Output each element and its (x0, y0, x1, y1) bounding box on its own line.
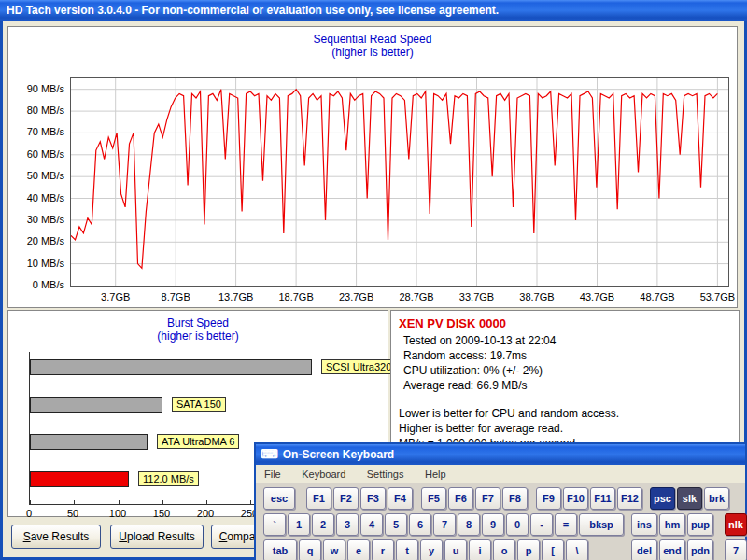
key-w[interactable]: w (323, 539, 345, 560)
key-equals[interactable]: = (555, 513, 577, 536)
key-slk[interactable]: slk (677, 487, 702, 510)
key-f3[interactable]: F3 (360, 487, 386, 510)
seq-chart-title: Sequential Read Speed (8, 33, 737, 46)
bar-label: ATA UltraDMA 6 (157, 434, 239, 449)
y-axis-tick-label: 30 MB/s (8, 214, 64, 225)
key-q[interactable]: q (299, 539, 321, 560)
key-1[interactable]: 1 (288, 513, 310, 536)
key-y[interactable]: y (420, 539, 443, 560)
x-axis-tick-label: 43.7GB (576, 291, 617, 302)
key-f6[interactable]: F6 (448, 487, 473, 510)
x-axis-tick (30, 500, 31, 504)
y-axis-tick-label: 0 MB/s (8, 279, 64, 290)
drive-name: XEN PV DISK 0000 (399, 316, 731, 330)
key-backslash[interactable]: \ (566, 539, 588, 560)
x-axis-tick-label: 50 (59, 508, 87, 519)
key-5[interactable]: 5 (385, 513, 407, 536)
bar-label: 112.0 MB/s (138, 471, 199, 486)
key-6[interactable]: 6 (409, 513, 431, 536)
seq-chart-subtitle: (higher is better) (8, 46, 737, 59)
key-backtick[interactable]: ` (263, 513, 286, 536)
key-tab[interactable]: tab (263, 539, 297, 560)
key-esc[interactable]: esc (263, 487, 295, 510)
menu-settings[interactable]: Settings (359, 465, 413, 483)
y-axis-tick-label: 50 MB/s (8, 170, 64, 181)
info-random-access: Random access: 19.7ms (403, 348, 731, 363)
burst-chart-title: Burst Speed (8, 316, 388, 329)
save-results-button[interactable]: Save Results (11, 525, 101, 549)
window-title: HD Tach version 3.0.4.0 - For non-commer… (7, 4, 499, 17)
key-0[interactable]: 0 (506, 513, 529, 536)
key-o[interactable]: o (493, 539, 515, 560)
key-7[interactable]: 7 (725, 539, 747, 560)
x-axis-tick (119, 500, 120, 504)
key-ins[interactable]: ins (631, 513, 657, 536)
key-8[interactable]: 8 (458, 513, 480, 536)
x-axis-tick (74, 500, 75, 504)
key-4[interactable]: 4 (360, 513, 383, 536)
bar-label: SCSI Ultra320 (321, 359, 396, 374)
key-del[interactable]: del (631, 539, 657, 560)
y-axis-tick-label: 20 MB/s (8, 235, 64, 246)
key-hm[interactable]: hm (659, 513, 685, 536)
key-7[interactable]: 7 (433, 513, 456, 536)
note-line: Higher is better for average read. (399, 421, 731, 436)
key-pdn[interactable]: pdn (687, 539, 713, 560)
key-nlk[interactable]: nlk (725, 513, 747, 536)
y-axis-tick-label: 60 MB/s (8, 148, 64, 160)
y-axis-tick-label: 40 MB/s (8, 192, 64, 203)
save-results-label: Save Results (12, 526, 100, 548)
key-f9[interactable]: F9 (536, 487, 561, 510)
key-p[interactable]: p (517, 539, 540, 560)
key-2[interactable]: 2 (312, 513, 334, 536)
menu-file[interactable]: File (256, 465, 289, 483)
x-axis-tick-label: 200 (191, 508, 219, 519)
key-r[interactable]: r (372, 539, 394, 560)
y-axis-tick-label: 80 MB/s (8, 105, 64, 116)
key-f2[interactable]: F2 (333, 487, 359, 510)
title-bar[interactable]: HD Tach version 3.0.4.0 - For non-commer… (0, 0, 747, 21)
x-axis-tick (162, 500, 163, 504)
key-f8[interactable]: F8 (502, 487, 528, 510)
key-3[interactable]: 3 (336, 513, 359, 536)
x-axis-tick-label: 23.7GB (336, 291, 377, 302)
on-screen-keyboard-window: ⌨ On-Screen Keyboard File Keyboard Setti… (254, 442, 747, 560)
x-axis-tick (250, 500, 251, 504)
key-i[interactable]: i (469, 539, 491, 560)
key-u[interactable]: u (444, 539, 467, 560)
key-e[interactable]: e (347, 539, 370, 560)
key-pup[interactable]: pup (687, 513, 713, 536)
seq-plot-area (70, 77, 729, 287)
key-9[interactable]: 9 (482, 513, 504, 536)
key-brk[interactable]: brk (704, 487, 729, 510)
upload-results-button[interactable]: Upload Results (110, 525, 204, 549)
upload-results-label: Upload Results (111, 526, 203, 548)
key-f1[interactable]: F1 (306, 487, 331, 510)
y-axis-tick-label: 10 MB/s (8, 258, 64, 269)
x-axis-tick-label: 28.7GB (396, 291, 437, 302)
burst-chart-subtitle: (higher is better) (8, 329, 388, 343)
burst-bar-3 (30, 434, 148, 450)
osk-title: On-Screen Keyboard (283, 448, 394, 461)
key-dash[interactable]: - (530, 513, 553, 536)
hdtach-window: HD Tach version 3.0.4.0 - For non-commer… (0, 0, 747, 560)
key-f7[interactable]: F7 (475, 487, 500, 510)
key-t[interactable]: t (396, 539, 418, 560)
key-f11[interactable]: F11 (590, 487, 615, 510)
x-axis-tick-label: 0 (15, 508, 43, 519)
key-f4[interactable]: F4 (388, 487, 413, 510)
keyboard-row-2: `1234567890-=bkspinshmpupnlk (263, 513, 747, 536)
menu-keyboard[interactable]: Keyboard (293, 465, 354, 483)
key-end[interactable]: end (659, 539, 685, 560)
info-tested-on: Tested on 2009-10-13 at 22:04 (403, 333, 731, 348)
key-f12[interactable]: F12 (617, 487, 642, 510)
key-psc[interactable]: psc (650, 487, 675, 510)
key-bksp[interactable]: bksp (579, 513, 624, 536)
menu-help[interactable]: Help (416, 465, 455, 483)
osk-title-bar[interactable]: ⌨ On-Screen Keyboard (256, 444, 745, 465)
key-f10[interactable]: F10 (563, 487, 588, 510)
key-left-bracket[interactable]: [ (542, 539, 564, 560)
osk-menu-bar: File Keyboard Settings Help (256, 465, 745, 483)
x-axis-tick-label: 150 (148, 508, 176, 519)
key-f5[interactable]: F5 (421, 487, 446, 510)
